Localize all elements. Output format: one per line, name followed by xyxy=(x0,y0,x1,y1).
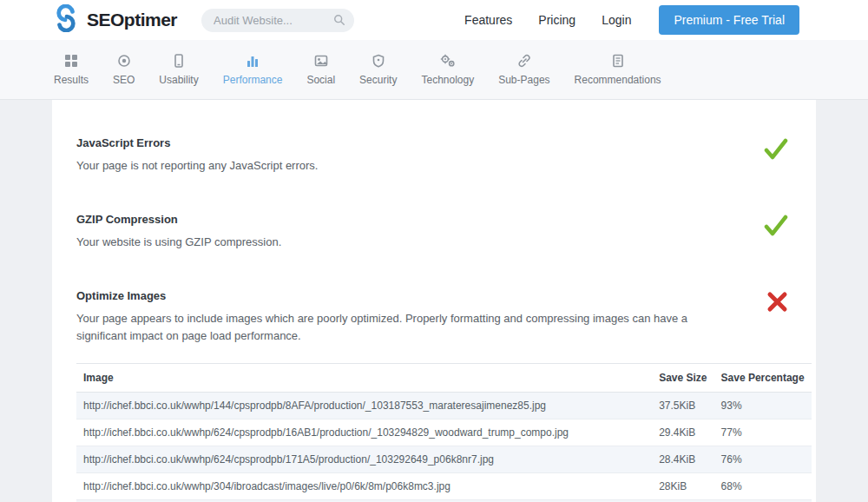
tab-results[interactable]: Results xyxy=(42,54,101,86)
column-header-save-percentage: Save Percentage xyxy=(714,363,812,392)
tab-label: Recommendations xyxy=(575,74,661,86)
column-header-image: Image xyxy=(76,363,652,392)
tab-label: Technology xyxy=(421,74,474,86)
section-optimize-images: Optimize Images Your page appears to inc… xyxy=(76,289,788,345)
section-title: JavaScript Errors xyxy=(76,136,719,149)
pass-check-icon xyxy=(753,213,788,251)
content-background: JavaScript Errors Your page is not repor… xyxy=(0,100,868,502)
column-header-save-size: Save Size xyxy=(652,363,713,392)
pass-check-icon xyxy=(753,136,788,175)
save-percentage: 93% xyxy=(714,392,812,419)
logo-text: SEOptimer xyxy=(87,10,177,30)
nav-login[interactable]: Login xyxy=(602,13,631,27)
image-url: http://ichef.bbci.co.uk/wwhp/304/ibroadc… xyxy=(76,472,652,499)
nav-pricing[interactable]: Pricing xyxy=(538,13,575,27)
link-icon xyxy=(517,54,531,68)
seoptimer-logo-icon xyxy=(52,4,80,36)
tab-technology[interactable]: Technology xyxy=(409,54,486,86)
image-url: http://ichef.bbci.co.uk/wwhp/624/cpsprod… xyxy=(76,446,652,472)
section-title: Optimize Images xyxy=(76,289,719,302)
tab-label: SEO xyxy=(113,74,135,86)
mobile-icon xyxy=(172,54,186,68)
save-size: 28.4KiB xyxy=(652,446,713,472)
save-percentage: 68% xyxy=(714,472,812,499)
document-icon xyxy=(611,54,625,68)
premium-free-trial-button[interactable]: Premium - Free Trial xyxy=(659,5,799,35)
image-url: http://ichef.bbci.co.uk/wwhp/624/cpsprod… xyxy=(76,419,652,446)
header: SEOptimer Features Pricing Login Premium… xyxy=(0,0,868,40)
search-icon xyxy=(333,14,345,26)
section-description: Your page appears to include images whic… xyxy=(76,310,719,345)
tab-label: Social xyxy=(306,74,335,86)
gears-icon xyxy=(440,54,456,68)
tab-label: Security xyxy=(359,74,397,86)
target-icon xyxy=(117,54,131,68)
tab-recommendations[interactable]: Recommendations xyxy=(562,54,674,86)
section-description: Your website is using GZIP compression. xyxy=(76,234,719,251)
fail-cross-icon xyxy=(753,289,788,345)
report-tabbar: Results SEO Usability Performanc xyxy=(0,40,868,100)
tab-sub-pages[interactable]: Sub-Pages xyxy=(486,54,562,86)
section-gzip-compression: GZIP Compression Your website is using G… xyxy=(76,213,788,251)
tab-performance[interactable]: Performance xyxy=(211,54,295,86)
tab-label: Sub-Pages xyxy=(498,74,549,86)
performance-report-card: JavaScript Errors Your page is not repor… xyxy=(52,100,816,502)
table-row: http://ichef.bbci.co.uk/wwhp/304/ibroadc… xyxy=(76,472,812,499)
tab-label: Usability xyxy=(159,74,198,86)
tab-usability[interactable]: Usability xyxy=(147,54,210,86)
tab-security[interactable]: Security xyxy=(347,54,409,86)
section-description: Your page is not reporting any JavaScrip… xyxy=(76,157,719,175)
section-javascript-errors: JavaScript Errors Your page is not repor… xyxy=(76,136,788,175)
save-percentage: 76% xyxy=(714,446,812,472)
section-title: GZIP Compression xyxy=(76,213,719,226)
audit-search xyxy=(201,9,354,32)
shield-icon xyxy=(372,54,385,68)
main-nav: Features Pricing Login xyxy=(464,13,631,27)
tab-label: Results xyxy=(54,74,89,86)
photo-icon xyxy=(314,54,328,68)
tab-label: Performance xyxy=(223,74,283,86)
tab-social[interactable]: Social xyxy=(294,54,347,86)
table-header-row: Image Save Size Save Percentage xyxy=(76,363,812,392)
grid-icon xyxy=(64,54,78,68)
tab-seo[interactable]: SEO xyxy=(101,54,147,86)
save-percentage: 77% xyxy=(714,419,812,446)
bar-chart-icon xyxy=(246,54,260,68)
nav-features[interactable]: Features xyxy=(464,13,512,27)
table-row: http://ichef.bbci.co.uk/wwhp/144/cpsprod… xyxy=(76,392,812,419)
optimize-images-table: Image Save Size Save Percentage http://i… xyxy=(76,363,812,502)
save-size: 28KiB xyxy=(652,472,713,499)
save-size: 37.5KiB xyxy=(652,392,713,419)
table-row: http://ichef.bbci.co.uk/wwhp/624/cpsprod… xyxy=(76,419,812,446)
logo[interactable]: SEOptimer xyxy=(52,4,177,36)
audit-search-input[interactable] xyxy=(201,9,354,32)
save-size: 29.4KiB xyxy=(652,419,713,446)
table-row: http://ichef.bbci.co.uk/wwhp/624/cpsprod… xyxy=(76,446,812,472)
image-url: http://ichef.bbci.co.uk/wwhp/144/cpsprod… xyxy=(76,392,652,419)
